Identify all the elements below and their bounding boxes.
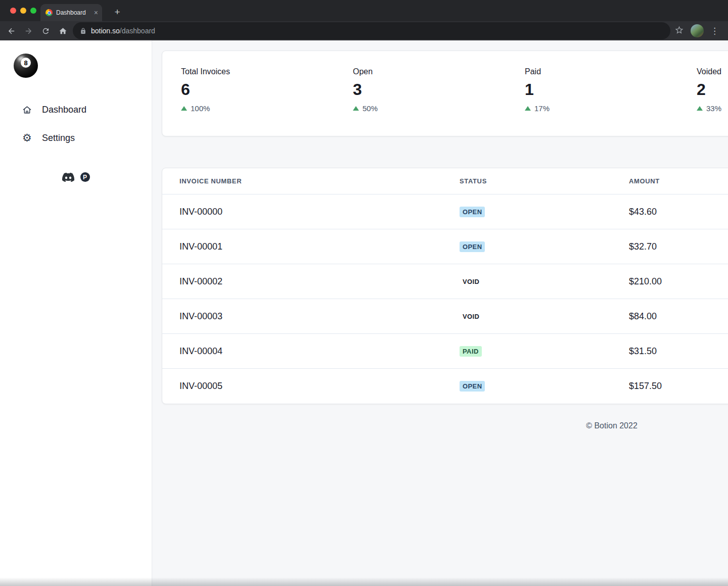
table-row: INV-00005 OPEN $157.50 bbox=[162, 369, 728, 404]
invoice-amount: $43.60 bbox=[629, 207, 728, 217]
stat-value: 1 bbox=[525, 80, 697, 99]
tab-strip: Dashboard × + bbox=[0, 0, 728, 21]
main-content: Total Invoices 6 100% Open 3 50% Paid 1 … bbox=[152, 40, 728, 586]
lock-icon bbox=[80, 28, 86, 34]
stat-voided: Voided 2 33% bbox=[697, 67, 728, 136]
tab-favicon bbox=[46, 9, 53, 16]
invoice-number: INV-00003 bbox=[179, 311, 460, 322]
table-header-row: Invoice Number Status Amount bbox=[162, 168, 728, 194]
col-header-status: Status bbox=[460, 177, 629, 185]
logo-eight-ball-number: 8 bbox=[21, 58, 31, 68]
table-row: INV-00003 VOID $84.00 bbox=[162, 299, 728, 334]
col-header-invoice-number: Invoice Number bbox=[179, 177, 460, 185]
discord-icon[interactable] bbox=[62, 173, 74, 182]
address-bar[interactable]: botion.so/dashboard bbox=[73, 22, 670, 39]
stat-change: 33% bbox=[706, 104, 721, 113]
close-window-button[interactable] bbox=[10, 8, 16, 14]
table-row: INV-00000 OPEN $43.60 bbox=[162, 194, 728, 229]
stat-change: 50% bbox=[362, 104, 378, 113]
invoice-number: INV-00000 bbox=[179, 207, 460, 217]
browser-toolbar: botion.so/dashboard ⋮ bbox=[0, 21, 728, 40]
social-links: P bbox=[0, 172, 152, 182]
zoom-window-button[interactable] bbox=[30, 8, 36, 14]
invoice-number: INV-00002 bbox=[179, 276, 460, 287]
invoice-number: INV-00001 bbox=[179, 241, 460, 252]
url-path: /dashboard bbox=[120, 27, 155, 35]
sidebar-item-label: Settings bbox=[42, 133, 75, 143]
table-row: INV-00002 VOID $210.00 bbox=[162, 264, 728, 299]
status-badge: OPEN bbox=[460, 241, 485, 252]
col-header-amount: Amount bbox=[629, 177, 728, 185]
tab-title: Dashboard bbox=[56, 9, 90, 16]
invoices-table: Invoice Number Status Amount INV-00000 O… bbox=[162, 168, 728, 404]
stat-value: 2 bbox=[697, 80, 728, 99]
app-logo[interactable]: 8 bbox=[14, 54, 38, 78]
sidebar-item-label: Dashboard bbox=[42, 105, 86, 115]
stat-change: 17% bbox=[534, 104, 550, 113]
stat-label: Total Invoices bbox=[181, 67, 353, 76]
invoice-number: INV-00004 bbox=[179, 346, 460, 357]
stat-change: 100% bbox=[191, 104, 210, 113]
invoice-amount: $157.50 bbox=[629, 381, 728, 392]
browser-menu-icon[interactable]: ⋮ bbox=[710, 26, 717, 36]
table-row: INV-00001 OPEN $32.70 bbox=[162, 229, 728, 264]
profile-avatar[interactable] bbox=[691, 24, 704, 37]
forward-icon[interactable] bbox=[23, 26, 33, 36]
stat-label: Open bbox=[353, 67, 525, 76]
trend-up-icon bbox=[181, 106, 187, 111]
status-badge: VOID bbox=[460, 311, 482, 322]
stats-card: Total Invoices 6 100% Open 3 50% Paid 1 … bbox=[162, 51, 728, 136]
window-controls bbox=[10, 8, 36, 14]
window-bottom-shade bbox=[0, 577, 728, 586]
status-badge: OPEN bbox=[460, 381, 485, 392]
trend-up-icon bbox=[353, 106, 359, 111]
minimize-window-button[interactable] bbox=[20, 8, 26, 14]
stat-label: Paid bbox=[525, 67, 697, 76]
back-icon[interactable] bbox=[6, 26, 16, 36]
url-host: botion.so bbox=[91, 27, 120, 35]
url-text: botion.so/dashboard bbox=[91, 27, 155, 35]
new-tab-button[interactable]: + bbox=[110, 5, 124, 19]
sidebar-nav: Dashboard ⚙ Settings bbox=[0, 95, 152, 152]
sidebar-item-settings[interactable]: ⚙ Settings bbox=[0, 124, 152, 152]
stat-paid: Paid 1 17% bbox=[525, 67, 697, 136]
copyright-footer: © Botion 2022 bbox=[162, 421, 728, 430]
bookmark-star-icon[interactable] bbox=[674, 25, 684, 37]
status-badge: PAID bbox=[460, 346, 482, 357]
sidebar: 8 Dashboard ⚙ Settings P bbox=[0, 40, 152, 586]
invoice-number: INV-00005 bbox=[179, 381, 460, 392]
reload-icon[interactable] bbox=[40, 26, 51, 36]
stat-open: Open 3 50% bbox=[353, 67, 525, 136]
home-outline-icon bbox=[22, 105, 32, 115]
trend-up-icon bbox=[525, 106, 531, 111]
stat-total-invoices: Total Invoices 6 100% bbox=[181, 67, 353, 136]
status-badge: VOID bbox=[460, 276, 482, 287]
stat-label: Voided bbox=[697, 67, 728, 76]
invoice-amount: $31.50 bbox=[629, 346, 728, 357]
producthunt-icon[interactable]: P bbox=[80, 172, 90, 182]
sidebar-item-dashboard[interactable]: Dashboard bbox=[0, 95, 152, 124]
table-row: INV-00004 PAID $31.50 bbox=[162, 334, 728, 369]
invoice-amount: $32.70 bbox=[629, 241, 728, 252]
invoice-amount: $84.00 bbox=[629, 311, 728, 322]
gear-icon: ⚙ bbox=[22, 133, 32, 143]
tab-close-icon[interactable]: × bbox=[94, 9, 98, 16]
status-badge: OPEN bbox=[460, 207, 485, 217]
home-icon[interactable] bbox=[58, 26, 68, 36]
browser-tab[interactable]: Dashboard × bbox=[40, 4, 102, 21]
stat-value: 3 bbox=[353, 80, 525, 99]
invoice-amount: $210.00 bbox=[629, 276, 728, 287]
trend-up-icon bbox=[697, 106, 703, 111]
stat-value: 6 bbox=[181, 80, 353, 99]
